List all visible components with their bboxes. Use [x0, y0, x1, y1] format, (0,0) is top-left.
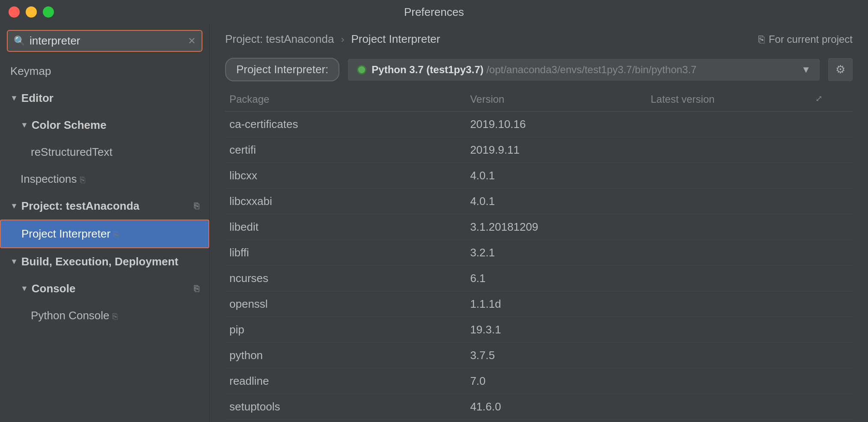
- table-row[interactable]: libedit 3.1.20181209: [225, 214, 853, 240]
- sidebar-item-color-scheme[interactable]: ▼ Color Scheme: [0, 112, 209, 139]
- table-row[interactable]: ncurses 6.1: [225, 266, 853, 291]
- cell-actions: [827, 349, 853, 362]
- sidebar-item-restructuredtext[interactable]: reStructuredText: [0, 139, 209, 166]
- table-row[interactable]: libcxxabi 4.0.1: [225, 189, 853, 214]
- sidebar-item-editor[interactable]: ▼ Editor: [0, 85, 209, 112]
- sidebar-item-python-console[interactable]: Python Console ⎘: [0, 302, 209, 329]
- cell-package: ncurses: [225, 272, 466, 285]
- cell-actions: [827, 272, 853, 285]
- table-body: ca-certificates 2019.10.16 certifi 2019.…: [225, 112, 853, 422]
- minimize-button[interactable]: [26, 6, 37, 18]
- cell-actions: [827, 220, 853, 234]
- sidebar-item-project-interpreter[interactable]: Project Interpreter ⎘: [0, 220, 209, 248]
- cell-latest: [646, 143, 827, 157]
- project-triangle: ▼: [10, 202, 18, 211]
- table-row[interactable]: readline 7.0: [225, 369, 853, 394]
- cell-actions: [827, 246, 853, 259]
- editor-triangle: ▼: [10, 94, 18, 103]
- header-package: Package: [225, 93, 466, 105]
- cell-package: readline: [225, 374, 466, 388]
- sidebar-item-project-label: Project: testAnaconda: [21, 199, 140, 213]
- table-row[interactable]: pip 19.3.1: [225, 317, 853, 343]
- cell-latest: [646, 246, 827, 259]
- interpreter-selector[interactable]: Python 3.7 (test1py3.7) /opt/anaconda3/e…: [348, 59, 820, 80]
- cell-version: 1.1.1d: [466, 297, 646, 311]
- interpreter-bar: Project Interpreter: Python 3.7 (test1py…: [210, 52, 868, 87]
- search-input-wrapper[interactable]: 🔍 ✕: [7, 30, 202, 52]
- project-copy-icon: ⎘: [194, 201, 199, 211]
- cell-latest: [646, 118, 827, 131]
- window-controls: [9, 6, 54, 18]
- sidebar-item-project-interpreter-label: Project Interpreter: [21, 227, 110, 240]
- cell-version: 3.2.1: [466, 246, 646, 259]
- interpreter-path: Python 3.7 (test1py3.7) /opt/anaconda3/e…: [372, 64, 796, 76]
- sidebar-item-build-label: Build, Execution, Deployment: [21, 255, 178, 268]
- table-row[interactable]: openssl 1.1.1d: [225, 291, 853, 317]
- table-row[interactable]: python 3.7.5: [225, 343, 853, 369]
- sidebar: 🔍 ✕ Keymap ▼ Editor ▼ Color Scheme: [0, 24, 210, 422]
- main-content: 🔍 ✕ Keymap ▼ Editor ▼ Color Scheme: [0, 24, 868, 422]
- cell-latest: [646, 374, 827, 388]
- cell-version: 4.0.1: [466, 169, 646, 182]
- cell-actions: [827, 195, 853, 208]
- for-current-project: ⎘ For current project: [758, 33, 853, 45]
- inspections-copy-icon: ⎘: [80, 175, 85, 184]
- cell-version: 2019.9.11: [466, 143, 646, 157]
- close-button[interactable]: [9, 6, 20, 18]
- cell-package: pip: [225, 323, 466, 336]
- cell-actions: [827, 400, 853, 413]
- preferences-window: Preferences 🔍 ✕ Keymap ▼ Editor: [0, 0, 868, 422]
- table-row[interactable]: libffi 3.2.1: [225, 240, 853, 266]
- sidebar-item-keymap-label: Keymap: [10, 65, 51, 77]
- cell-version: 3.7.5: [466, 349, 646, 362]
- cell-version: 3.1.20181209: [466, 220, 646, 234]
- table-row[interactable]: libcxx 4.0.1: [225, 163, 853, 189]
- table-row[interactable]: sqlite 3.30.1: [225, 420, 853, 422]
- for-current-project-label: For current project: [769, 33, 853, 45]
- package-table: Package Version Latest version ⤢ ca-cert…: [225, 87, 853, 422]
- maximize-button[interactable]: [43, 6, 54, 18]
- cell-latest: [646, 272, 827, 285]
- cell-version: 41.6.0: [466, 400, 646, 413]
- main-panel: Project: testAnaconda › Project Interpre…: [210, 24, 868, 422]
- breadcrumb: Project: testAnaconda › Project Interpre…: [210, 24, 868, 52]
- search-bar: 🔍 ✕: [0, 24, 209, 58]
- cell-version: 6.1: [466, 272, 646, 285]
- cell-actions: [827, 143, 853, 157]
- copy-icon-breadcrumb: ⎘: [758, 33, 764, 45]
- table-row[interactable]: ca-certificates 2019.10.16: [225, 112, 853, 137]
- search-input[interactable]: [30, 34, 184, 48]
- gear-button[interactable]: ⚙: [828, 58, 853, 81]
- sidebar-item-editor-label: Editor: [21, 92, 54, 105]
- cell-actions: [827, 374, 853, 388]
- cell-latest: [646, 349, 827, 362]
- sidebar-item-inspections[interactable]: Inspections ⎘: [0, 166, 209, 193]
- cell-version: 2019.10.16: [466, 118, 646, 131]
- sidebar-item-python-console-label: Python Console: [31, 309, 110, 322]
- cell-latest: [646, 297, 827, 311]
- color-scheme-triangle: ▼: [21, 121, 28, 130]
- python-status-dot: [357, 65, 366, 74]
- sidebar-item-project[interactable]: ▼ Project: testAnaconda ⎘: [0, 193, 209, 220]
- clear-search-icon[interactable]: ✕: [188, 36, 196, 47]
- sort-icon: ⤢: [815, 93, 823, 104]
- breadcrumb-current: Project Interpreter: [351, 33, 440, 46]
- interpreter-dropdown-arrow[interactable]: ▼: [801, 64, 811, 75]
- cell-package: libffi: [225, 246, 466, 259]
- cell-package: ca-certificates: [225, 118, 466, 131]
- cell-actions: [827, 297, 853, 311]
- python-path: /opt/anaconda3/envs/test1py3.7/bin/pytho…: [486, 64, 696, 75]
- header-version: Version: [466, 93, 646, 105]
- cell-latest: [646, 220, 827, 234]
- table-row[interactable]: certifi 2019.9.11: [225, 137, 853, 163]
- header-latest: Latest version ⤢: [646, 93, 827, 105]
- sidebar-item-console[interactable]: ▼ Console ⎘: [0, 275, 209, 302]
- cell-package: libedit: [225, 220, 466, 234]
- cell-version: 19.3.1: [466, 323, 646, 336]
- table-row[interactable]: setuptools 41.6.0: [225, 394, 853, 420]
- sidebar-item-build[interactable]: ▼ Build, Execution, Deployment: [0, 248, 209, 275]
- sidebar-item-inspections-label: Inspections: [21, 172, 77, 185]
- sidebar-item-restructuredtext-label: reStructuredText: [31, 146, 113, 158]
- sidebar-item-keymap[interactable]: Keymap: [0, 58, 209, 85]
- cell-package: certifi: [225, 143, 466, 157]
